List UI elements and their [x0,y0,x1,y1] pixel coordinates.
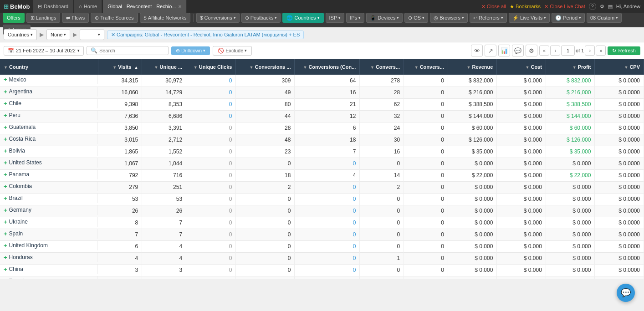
tab-home[interactable]: ⌂ Home [74,0,102,13]
group-by-countries[interactable]: Countries ▾ [4,29,37,40]
tab-current-campaign[interactable]: Global - Revcontent - Rechio... ✕ [103,0,186,13]
expand-icon[interactable]: + [4,76,7,83]
page-number-input[interactable]: 1 [561,46,575,56]
expand-icon[interactable]: + [4,88,7,95]
table-row[interactable]: + China 3 3 0 0 0 0 0 $ 0.000 $ 0.000 $ … [0,264,644,276]
profile-menu[interactable]: ▤ [608,4,613,10]
expand-icon[interactable]: + [4,195,7,202]
exclude-button[interactable]: 🚫 Exclude ▾ [213,46,252,56]
col-revenue[interactable]: ▼ Revenue [448,59,497,75]
live-visits-dropdown[interactable]: ⚡ Live Visits ▾ [509,13,550,23]
group-by-empty[interactable]: ▾ [80,29,104,40]
expand-icon[interactable]: + [4,159,7,166]
countries-button[interactable]: 🌐 Countries ▾ [282,13,323,23]
expand-icon[interactable]: + [4,183,7,190]
bookmarks-button[interactable]: ★ Bookmarks [510,4,541,10]
tab-close-icon[interactable]: ✕ [178,4,182,9]
expand-icon[interactable]: + [4,266,7,273]
group-by-none[interactable]: None ▾ [46,29,70,40]
col-profit[interactable]: ▼ Profit [546,59,595,75]
expand-icon[interactable]: + [4,254,7,261]
flows-button[interactable]: ⇌ Flows [62,13,89,23]
traffic-sources-button[interactable]: ⊕ Traffic Sources [91,13,138,23]
table-row[interactable]: + Panama 792 716 0 18 4 14 0 $ 22,000 $ … [0,169,644,181]
period-dropdown[interactable]: 🕐 Period ▾ [552,13,585,23]
drilldown-button[interactable]: ⊕ Drilldown ▾ [171,46,210,55]
col-unique[interactable]: ▼ Unique ... [142,59,186,75]
expand-icon[interactable]: + [4,148,7,154]
os-dropdown[interactable]: ⊙ OS ▾ [404,13,428,23]
table-row[interactable]: + Argentina 16,060 14,729 0 49 16 28 0 $… [0,87,644,98]
table-row[interactable]: + Brazil 53 53 0 0 0 0 0 $ 0.000 $ 0.000… [0,193,644,205]
message-button[interactable]: 💬 [512,45,524,56]
first-page-button[interactable]: « [539,46,549,56]
custom-dropdown[interactable]: 08 Custom ▾ [587,13,622,23]
table-row[interactable]: + Ecuador 2 2 0 0 0 0 0 $ 0.000 $ 0.000 … [0,276,644,279]
table-row[interactable]: + Costa Rica 3,015 2,712 0 48 18 30 0 $ … [0,134,644,146]
last-page-button[interactable]: » [596,46,606,56]
table-row[interactable]: + Spain 7 7 0 0 0 0 0 $ 0.000 $ 0.000 $ … [0,229,644,240]
cell-conv2: 0 [404,110,448,122]
search-input[interactable] [99,48,163,53]
expand-icon[interactable]: + [4,242,7,249]
cell-conv2: 0 [404,146,448,158]
affiliate-networks-button[interactable]: $ Affiliate Networks [140,13,191,23]
settings-button[interactable]: ⚙ [526,45,537,56]
table-row[interactable]: + Germany 26 26 0 0 0 0 0 $ 0.000 $ 0.00… [0,205,644,217]
table-row[interactable]: + Peru 7,636 6,686 0 44 12 32 0 $ 144,00… [0,110,644,122]
table-row[interactable]: + Ukraine 8 7 0 0 0 0 0 $ 0.000 $ 0.000 … [0,217,644,229]
table-row[interactable]: + United Kingdom 6 4 0 0 0 0 0 $ 0.000 $… [0,240,644,252]
isp-dropdown[interactable]: ISP ▾ [326,13,345,23]
col-conversions-con[interactable]: ▼ Conversions (Con... [295,59,360,75]
chart-button[interactable]: 📊 [498,45,510,56]
help-button[interactable]: ? [589,3,596,10]
close-all-button[interactable]: ✕ Close all [481,4,506,10]
cell-conv-s: 0 [236,193,295,205]
cell-country: + Bolivia [0,146,98,156]
expand-icon[interactable]: + [4,124,7,131]
settings-icon[interactable]: ⚙ [600,4,604,10]
ips-dropdown[interactable]: IPs ▾ [346,13,364,23]
table-row[interactable]: + Honduras 4 4 0 0 0 1 0 $ 0.000 $ 0.000… [0,252,644,264]
col-cpv[interactable]: ▼ CPV [595,59,644,75]
eye-button[interactable]: 👁 [471,45,483,56]
refresh-button[interactable]: ↻ Refresh [608,46,640,55]
devices-dropdown[interactable]: 📱 Devices ▾ [366,13,403,23]
postbacks-dropdown[interactable]: ⊕ Postbacks ▾ [241,13,281,23]
expand-icon[interactable]: + [4,278,7,280]
cell-conv2: 0 [404,205,448,217]
expand-icon[interactable]: + [4,112,7,119]
col-convers2[interactable]: ▼ Convers... [404,59,448,75]
close-chat-button[interactable]: ✕ Close Live Chat [544,4,585,10]
table-row[interactable]: + United States 1,067 1,044 0 0 0 0 0 $ … [0,158,644,169]
expand-icon[interactable]: + [4,100,7,107]
expand-icon[interactable]: + [4,219,7,225]
col-unique-clicks[interactable]: ▼ Unique Clicks [186,59,236,75]
col-visits[interactable]: ▼ Visits ▲ [98,59,142,75]
landings-button[interactable]: ⊞ Landings [26,13,61,23]
next-page-button[interactable]: › [585,46,595,56]
table-row[interactable]: + Guatemala 3,850 3,391 0 28 6 24 0 $ 60… [0,122,644,134]
browsers-dropdown[interactable]: ◎ Browsers ▾ [430,13,468,23]
table-row[interactable]: + Chile 9,398 8,353 0 80 21 62 0 $ 388,5… [0,98,644,110]
tab-dashboard-label: Dashboard [44,4,68,9]
table-row[interactable]: + Bolivia 1,865 1,552 0 23 7 16 0 $ 35,0… [0,146,644,158]
expand-icon[interactable]: + [4,230,7,237]
conversions-dropdown[interactable]: $ Conversions ▾ [196,13,239,23]
date-range-picker[interactable]: 📅 21 Feb 2022 – 10 Jul 2022 ▾ [4,46,84,56]
share-button[interactable]: ↗ [485,45,496,56]
expand-icon[interactable]: + [4,207,7,214]
tab-dashboard[interactable]: ⊟ Dashboard [33,0,73,13]
prev-page-button[interactable]: ‹ [550,46,560,56]
offers-button[interactable]: Offers [3,13,25,23]
col-conversions-s[interactable]: ▼ Conversions ... [236,59,295,75]
col-country[interactable]: ▼ Country [0,59,98,75]
expand-icon[interactable]: + [4,136,7,143]
table-row[interactable]: + Mexico 34,315 30,972 0 309 64 278 0 $ … [0,75,644,87]
col-convers1[interactable]: ▼ Convers... [360,59,404,75]
col-cost[interactable]: ▼ Cost [497,59,546,75]
expand-icon[interactable]: + [4,171,7,178]
table-row[interactable]: + Colombia 279 251 0 2 0 2 0 $ 0.000 $ 0… [0,181,644,193]
referrers-dropdown[interactable]: ↩ Referrers ▾ [470,13,507,23]
cell-cost: $ 0.000 [497,264,546,276]
